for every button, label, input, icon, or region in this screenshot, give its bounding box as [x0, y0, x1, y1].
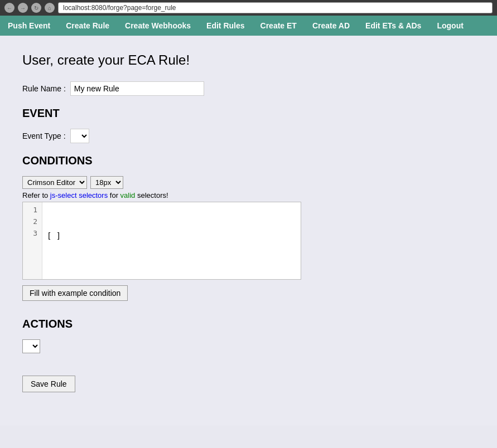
event-type-label: Event Type :	[22, 132, 66, 140]
rule-name-label: Rule Name :	[22, 84, 66, 93]
actions-section: ACTIONS	[22, 318, 475, 353]
main-content: User, create your ECA Rule! Rule Name : …	[0, 36, 497, 426]
nav-edit-ets-ads[interactable]: Edit ETs & ADs	[358, 16, 429, 36]
code-line-2: [ ]	[47, 231, 61, 240]
nav-edit-rules[interactable]: Edit Rules	[199, 16, 252, 36]
event-type-row: Event Type :	[22, 129, 475, 143]
editor-font-select[interactable]: Crimson Editor	[22, 176, 87, 189]
event-section: EVENT Event Type :	[22, 107, 475, 143]
editor-info: Refer to js-select selectors for valid s…	[22, 191, 475, 199]
forward-button[interactable]: →	[18, 3, 28, 13]
event-section-title: EVENT	[22, 107, 475, 120]
editor-info-for: for	[108, 191, 120, 199]
home-button[interactable]: ⌂	[45, 3, 55, 13]
page-title: User, create your ECA Rule!	[22, 52, 475, 68]
nav-bar: Push Event Create Rule Create Webhooks E…	[0, 16, 497, 36]
editor-info-text: Refer to	[22, 191, 50, 199]
editor-size-select[interactable]: 18px	[90, 176, 123, 189]
code-editor[interactable]: 1 2 3 [ ]	[22, 202, 301, 280]
back-button[interactable]: ←	[4, 3, 15, 13]
fill-example-button[interactable]: Fill with example condition	[22, 285, 128, 301]
rule-name-row: Rule Name :	[22, 81, 475, 96]
code-content[interactable]: [ ]	[42, 202, 301, 279]
nav-create-rule[interactable]: Create Rule	[58, 16, 117, 36]
save-rule-button[interactable]: Save Rule	[22, 376, 75, 392]
address-bar[interactable]	[58, 2, 493, 13]
event-type-select[interactable]	[70, 129, 89, 143]
js-select-link[interactable]: js-select selectors	[50, 191, 108, 199]
actions-type-select[interactable]	[22, 339, 40, 353]
nav-logout[interactable]: Logout	[429, 16, 471, 36]
conditions-section: CONDITIONS Crimson Editor 18px Refer to …	[22, 154, 475, 301]
nav-create-webhooks[interactable]: Create Webhooks	[117, 16, 199, 36]
conditions-section-title: CONDITIONS	[22, 154, 475, 167]
nav-create-et[interactable]: Create ET	[253, 16, 305, 36]
browser-chrome: ← → ↻ ⌂	[0, 0, 497, 16]
refresh-button[interactable]: ↻	[31, 3, 41, 13]
actions-section-title: ACTIONS	[22, 318, 475, 330]
nav-push-event[interactable]: Push Event	[0, 16, 58, 36]
editor-valid-text: valid	[120, 191, 136, 199]
editor-toolbar: Crimson Editor 18px	[22, 176, 475, 189]
nav-create-ad[interactable]: Create AD	[305, 16, 358, 36]
rule-name-input[interactable]	[70, 81, 204, 96]
line-numbers: 1 2 3	[23, 202, 42, 279]
editor-info-suffix: selectors!	[135, 191, 168, 199]
